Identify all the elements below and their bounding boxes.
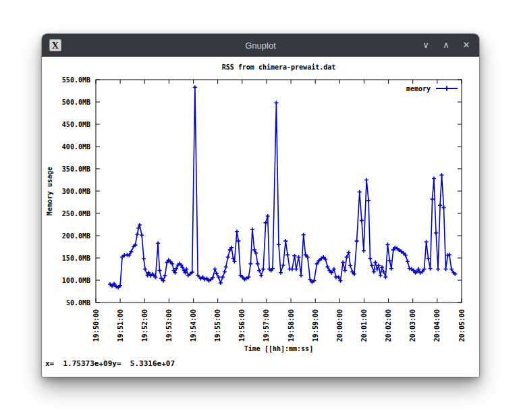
legend-label: memory xyxy=(406,85,431,93)
x-tick-label: 19:59:00 xyxy=(312,309,319,342)
window-title: Gnuplot xyxy=(42,41,479,51)
x-tick-label: 19:55:00 xyxy=(214,309,221,342)
x-tick-label: 19:57:00 xyxy=(263,309,270,342)
y-tick-label: 350.0MB xyxy=(62,165,90,173)
x-tick-label: 20:01:00 xyxy=(360,309,368,342)
x-axis-title: Time [[hh]:mm:ss] xyxy=(244,345,313,352)
gnuplot-window: X Gnuplot ∨ ∧ ✕ RSS from chimera-prewait… xyxy=(42,34,479,377)
x-tick-label: 20:00:00 xyxy=(336,309,344,342)
y-tick-label: 150.0MB xyxy=(62,255,90,262)
y-tick-label: 50.0MB xyxy=(66,299,90,307)
window-controls: ∨ ∧ ✕ xyxy=(420,34,472,57)
y-coordinate-readout: y= 5.3316e+07 xyxy=(112,359,175,368)
memory-series-line xyxy=(110,87,455,287)
y-tick-label: 300.0MB xyxy=(62,188,90,195)
legend-plus-marker xyxy=(445,86,449,91)
y-axis-title: Memory usage xyxy=(46,167,53,215)
x-tick-label: 19:52:00 xyxy=(141,309,148,342)
x-coordinate-readout: x= 1.75373e+09 xyxy=(45,359,112,368)
minimize-button[interactable]: ∨ xyxy=(420,34,431,57)
x-tick-label: 20:02:00 xyxy=(385,309,392,342)
y-tick-label: 400.0MB xyxy=(62,143,90,151)
x-tick-label: 20:05:00 xyxy=(458,309,466,342)
memory-series-markers xyxy=(108,85,457,289)
x-tick-label: 19:51:00 xyxy=(117,309,124,342)
titlebar[interactable]: X Gnuplot ∨ ∧ ✕ xyxy=(42,34,479,57)
plot-border xyxy=(96,80,462,303)
y-tick-label: 100.0MB xyxy=(62,277,90,284)
x-tick-label: 19:58:00 xyxy=(287,309,295,342)
y-tick-label: 450.0MB xyxy=(62,121,90,128)
y-tick-label: 250.0MB xyxy=(62,210,90,217)
x-tick-label: 19:53:00 xyxy=(165,309,173,342)
mouse-coordinate-readout: x= 1.75373e+09y= 5.3316e+07 xyxy=(45,359,175,368)
chart-title: RSS from chimera-prewait.dat xyxy=(222,63,336,71)
x-tick-label: 19:54:00 xyxy=(190,309,197,342)
close-button[interactable]: ✕ xyxy=(461,34,472,57)
maximize-button[interactable]: ∧ xyxy=(441,34,451,57)
y-tick-label: 200.0MB xyxy=(62,232,90,240)
x-tick-label: 19:50:00 xyxy=(92,309,100,342)
plot-canvas: RSS from chimera-prewait.dat19:50:0019:5… xyxy=(43,57,478,377)
x11-logo-icon: X xyxy=(49,39,61,51)
x-tick-label: 20:03:00 xyxy=(409,309,416,342)
chart-svg[interactable]: RSS from chimera-prewait.dat19:50:0019:5… xyxy=(43,57,478,377)
y-tick-label: 500.0MB xyxy=(62,99,90,106)
x-tick-label: 20:04:00 xyxy=(433,309,441,342)
x-tick-label: 19:56:00 xyxy=(238,309,246,342)
y-tick-label: 550.0MB xyxy=(62,76,90,84)
